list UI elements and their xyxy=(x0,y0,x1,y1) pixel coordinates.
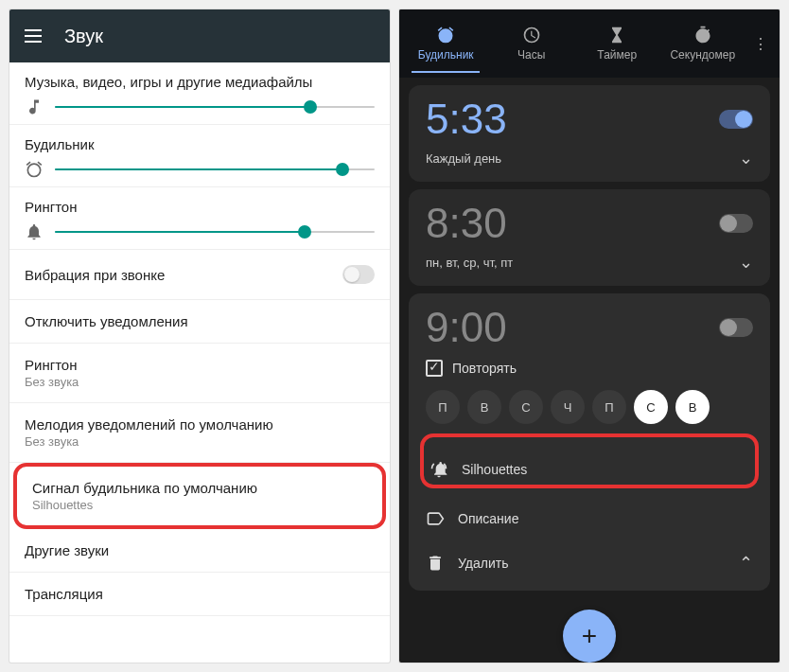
alarm-schedule: пн, вт, ср, чт, пт xyxy=(426,256,513,270)
alarm-volume-row[interactable]: Будильник xyxy=(9,125,390,187)
clock-tab-icon xyxy=(522,26,541,44)
timer-tab-icon xyxy=(607,26,626,44)
alarm-toggle[interactable] xyxy=(719,318,753,337)
alarm-card-1[interactable]: 8:30 пн, вт, ср, чт, пт ⌄ xyxy=(409,189,770,286)
chevron-down-icon[interactable]: ⌄ xyxy=(739,148,753,168)
highlight-annotation-2: Silhouettes xyxy=(420,433,759,488)
repeat-row[interactable]: Повторять xyxy=(426,360,753,377)
alarm-ringtone-row[interactable]: Silhouettes xyxy=(430,456,749,483)
ringtone-volume-slider[interactable] xyxy=(55,231,375,233)
highlight-annotation: Сигнал будильника по умолчанию Silhouett… xyxy=(13,463,386,529)
day-chip-tue[interactable]: В xyxy=(467,390,501,424)
ringtone-pref-row[interactable]: Рингтон Без звука xyxy=(9,344,390,403)
other-sounds-row[interactable]: Другие звуки xyxy=(9,529,390,573)
day-chip-fri[interactable]: П xyxy=(592,390,626,424)
chevron-up-icon[interactable]: ⌃ xyxy=(739,553,753,574)
menu-icon[interactable] xyxy=(25,29,42,43)
dnd-row[interactable]: Отключить уведомления xyxy=(9,300,390,344)
alarm-time[interactable]: 8:30 xyxy=(426,203,507,244)
day-chips: П В С Ч П С В xyxy=(426,390,753,424)
day-chip-thu[interactable]: Ч xyxy=(551,390,585,424)
clock-tabs: Будильник Часы Таймер Секундомер ⋮ xyxy=(399,9,780,78)
alarm-list: 5:33 Каждый день ⌄ 8:30 пн, вт, ср, чт, … xyxy=(399,78,780,632)
day-chip-sun[interactable]: В xyxy=(675,390,710,424)
default-alarm-sound-row[interactable]: Сигнал будильника по умолчанию Silhouett… xyxy=(17,467,382,525)
page-title: Звук xyxy=(64,26,103,47)
music-note-icon xyxy=(25,97,44,116)
add-alarm-fab[interactable]: + xyxy=(563,610,616,663)
ringtone-volume-row[interactable]: Рингтон xyxy=(9,187,390,250)
day-chip-sat[interactable]: С xyxy=(634,390,668,424)
sound-settings-screen: Звук Музыка, видео, игры и другие медиаф… xyxy=(9,9,390,663)
day-chip-mon[interactable]: П xyxy=(426,390,460,424)
alarm-icon xyxy=(25,160,44,179)
tab-alarm[interactable]: Будильник xyxy=(403,18,489,69)
alarm-tab-icon xyxy=(436,26,455,44)
alarm-label-row[interactable]: Описание xyxy=(426,505,753,532)
trash-icon xyxy=(426,554,445,573)
repeat-checkbox[interactable] xyxy=(426,360,443,377)
tab-stopwatch[interactable]: Секундомер xyxy=(660,18,746,69)
media-volume-row[interactable]: Музыка, видео, игры и другие медиафайлы xyxy=(9,62,390,125)
alarm-time[interactable]: 5:33 xyxy=(426,98,507,140)
day-chip-wed[interactable]: С xyxy=(509,390,543,424)
vibrate-on-call-row[interactable]: Вибрация при звонке xyxy=(9,250,390,300)
bell-icon xyxy=(25,222,44,241)
app-bar: Звук xyxy=(9,9,390,62)
alarm-schedule: Каждый день xyxy=(426,151,501,166)
alarm-volume-slider[interactable] xyxy=(55,168,375,170)
alarm-card-0[interactable]: 5:33 Каждый день ⌄ xyxy=(409,85,770,182)
tab-timer[interactable]: Таймер xyxy=(574,18,660,69)
chevron-down-icon[interactable]: ⌄ xyxy=(739,252,753,273)
stopwatch-tab-icon xyxy=(693,26,712,44)
label-icon xyxy=(426,509,445,528)
ringtone-volume-label: Рингтон xyxy=(25,199,375,215)
vibrate-switch[interactable] xyxy=(342,265,375,284)
ringtone-icon xyxy=(430,460,448,479)
clock-app-screen: Будильник Часы Таймер Секундомер ⋮ 5:33 … xyxy=(399,9,780,663)
overflow-menu-icon[interactable]: ⋮ xyxy=(745,27,776,61)
cast-row[interactable]: Трансляция xyxy=(9,573,390,616)
alarm-volume-label: Будильник xyxy=(25,136,375,152)
alarm-toggle[interactable] xyxy=(719,110,753,129)
alarm-time[interactable]: 9:00 xyxy=(426,307,507,348)
media-volume-slider[interactable] xyxy=(55,106,375,108)
alarm-delete-row[interactable]: Удалить ⌃ xyxy=(426,549,753,577)
alarm-card-2-expanded: 9:00 Повторять П В С Ч П С В Silhouettes xyxy=(409,293,770,591)
tab-clock[interactable]: Часы xyxy=(489,18,575,69)
notification-sound-row[interactable]: Мелодия уведомлений по умолчанию Без зву… xyxy=(9,403,390,463)
alarm-toggle[interactable] xyxy=(719,214,753,233)
vibrate-label: Вибрация при звонке xyxy=(25,267,165,283)
media-volume-label: Музыка, видео, игры и другие медиафайлы xyxy=(25,74,375,90)
